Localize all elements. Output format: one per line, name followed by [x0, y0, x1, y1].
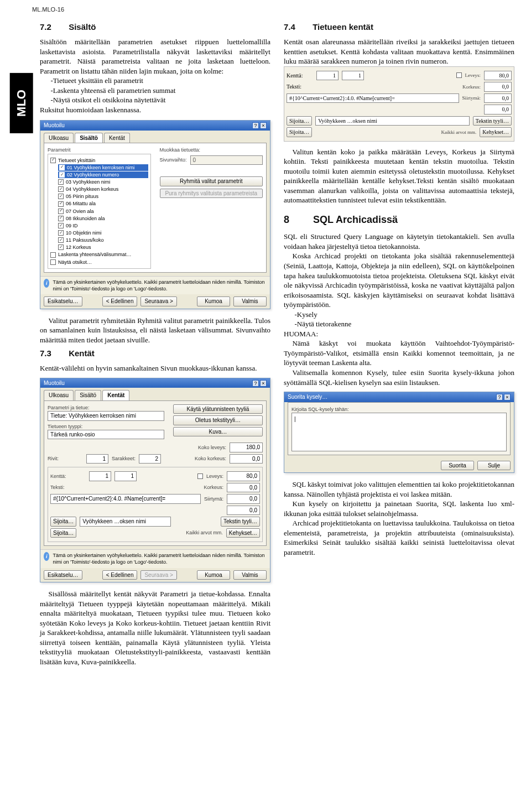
list-item[interactable]: 06 Mitattu ala [66, 200, 96, 207]
checkbox-icon[interactable] [50, 158, 56, 163]
tab-kentat[interactable]: Kentät [102, 390, 129, 400]
param-select[interactable]: Tietue: Vyöhykkeen kerroksen nimi [48, 411, 164, 421]
list-item[interactable]: 03 Vyöhykkeen nimi [66, 179, 110, 185]
s74-p1: Kentät osan alareunassa määritellään riv… [284, 37, 514, 66]
image-button[interactable]: Kuva… [173, 427, 263, 437]
preview-button[interactable]: Esikatselu… [44, 570, 82, 580]
help-icon[interactable]: ? [496, 394, 503, 400]
type-select[interactable]: Tärkeä runko-osio [48, 430, 164, 440]
g-tekstin[interactable]: Tekstin tyyli… [473, 116, 512, 126]
g-lev[interactable]: 80,0 [484, 71, 512, 81]
close-icon[interactable]: × [504, 394, 511, 400]
tekstin-tyyli-button[interactable]: Tekstin tyyli… [221, 517, 260, 527]
sarak-field[interactable]: 2 [139, 454, 161, 464]
close-icon[interactable]: × [260, 122, 267, 129]
siir-field[interactable]: 0,0 [227, 494, 260, 504]
list-item[interactable]: 12 Korkeus [66, 244, 91, 251]
header-style-button[interactable]: Käytä ylätunnisteen tyyliä [173, 404, 263, 414]
list-item[interactable]: 09 ID [66, 222, 78, 229]
g-k1[interactable]: 1 [316, 71, 339, 81]
list-item[interactable]: 05 Piirin pituus [66, 193, 98, 200]
checkbox-icon[interactable] [58, 216, 64, 221]
dlg-muotoilu-sisalto: Muotoilu ? × Ulkoasu Sisältö Kentät Para… [40, 120, 270, 309]
close-icon[interactable]: × [260, 380, 267, 387]
close-button[interactable]: Sulje [477, 461, 511, 471]
extra-field[interactable]: 0,0 [227, 506, 260, 516]
kokokor-field[interactable]: 0,0 [230, 454, 263, 464]
g-kehyk[interactable]: Kehykset… [480, 127, 512, 137]
checkbox-icon[interactable] [50, 252, 56, 258]
list-item[interactable]: 04 Vyöhykkeen korkeus [66, 186, 118, 192]
checkbox-icon[interactable] [58, 223, 64, 228]
g-vyoh[interactable]: Vyöhykkeen …oksen nimi [315, 116, 470, 126]
tab-sisalto[interactable]: Sisältö [75, 133, 103, 143]
tab-ulkoasu[interactable]: Ulkoasu [44, 390, 74, 400]
cancel-button[interactable]: Kumoa [197, 570, 230, 580]
checkbox-icon[interactable] [58, 237, 64, 243]
checkbox-icon[interactable] [58, 230, 64, 236]
sql-input[interactable]: | [291, 413, 507, 451]
vyoh-select[interactable]: Vyöhykkeen …oksen nimi [80, 517, 171, 527]
kentta2[interactable]: 1 [114, 471, 137, 481]
g-sijoita[interactable]: Sijoita… [287, 116, 312, 126]
checkbox-icon[interactable] [58, 201, 64, 207]
leveys-field[interactable]: 80,0 [227, 471, 260, 481]
sum-item[interactable]: Laskenta yhteensä/välisummat… [58, 251, 132, 258]
run-button[interactable]: Suorita [441, 461, 474, 471]
checkbox-icon[interactable] [59, 172, 65, 178]
list-item[interactable]: 08 Ikkunoiden ala [66, 215, 105, 222]
teksti-field[interactable]: #{10^Current+Current2}:4.0. #Name[curren… [50, 494, 201, 504]
checkbox-icon[interactable] [50, 259, 56, 265]
sql-titlebar[interactable]: Suorita kysely… ? × [284, 392, 514, 402]
g-teksti[interactable]: #{10^Current+Current2}:4.0. #Name[curren… [287, 93, 459, 103]
list-item[interactable]: 01 Vyöhykkeen kerroksen nimi [67, 164, 134, 171]
checkbox-icon[interactable] [197, 473, 203, 479]
g-kork[interactable]: 0,0 [484, 82, 512, 92]
dlg2-titlebar[interactable]: Muotoilu ? × [40, 378, 270, 388]
field-grid-74: Kenttä: 1 1 Leveys: 80,0 Teksti: Korkeus… [284, 66, 514, 142]
checkbox-icon[interactable] [58, 194, 64, 199]
checkbox-icon[interactable] [58, 244, 64, 250]
prev-button[interactable]: < Edellinen [102, 570, 138, 580]
kentta1[interactable]: 1 [89, 471, 111, 481]
g-siir[interactable]: 0,0 [484, 93, 512, 103]
sql-title: Suorita kysely… [288, 393, 327, 401]
cancel-button[interactable]: Kumoa [197, 296, 230, 306]
lbl-siir: Siirtymä: [204, 496, 223, 502]
next-button[interactable]: Seuraava > [140, 296, 176, 306]
show-item[interactable]: Näytä otsikot… [58, 259, 92, 266]
checkbox-icon[interactable] [456, 72, 462, 78]
sijoita-button[interactable]: Sijoita… [50, 517, 76, 527]
list-item[interactable]: 02 Vyöhykkeen numero [67, 171, 119, 178]
tab-sisalto[interactable]: Sisältö [75, 390, 101, 400]
list-item[interactable]: 07 Ovien ala [66, 208, 94, 215]
list-item[interactable]: 10 Objektin nimi [66, 230, 102, 236]
tab-kentat[interactable]: Kentät [104, 133, 130, 143]
g-var[interactable]: 0,0 [484, 105, 512, 114]
checkbox-icon[interactable] [59, 165, 65, 170]
checkbox-icon[interactable] [58, 186, 64, 192]
sijoita-button-2[interactable]: Sijoita… [50, 528, 76, 538]
help-icon[interactable]: ? [252, 380, 259, 387]
default-style-button[interactable]: Oletus tekstityyli… [173, 415, 263, 425]
tab-ulkoasu[interactable]: Ulkoasu [44, 133, 74, 143]
rivit-field[interactable]: 1 [86, 454, 108, 464]
prev-button[interactable]: < Edellinen [102, 296, 138, 306]
checkbox-icon[interactable] [58, 209, 64, 214]
list-item[interactable]: 11 Paksuus/koko [66, 237, 104, 243]
preview-button[interactable]: Esikatselu… [44, 296, 82, 306]
h-7-4-num: 7.4 [284, 22, 310, 33]
group-button[interactable]: Ryhmitä valitut parametrit [160, 176, 263, 186]
ok-button[interactable]: Valmis [233, 570, 267, 580]
dlg1-titlebar[interactable]: Muotoilu ? × [40, 121, 270, 131]
checkbox-icon[interactable] [58, 179, 64, 185]
s8-after2: Kun kysely on kirjoitettu ja painetaan S… [284, 499, 514, 518]
param-list[interactable]: Tietueet yksittäin 01 Vyöhykkeen kerroks… [48, 154, 151, 269]
kokolev-field[interactable]: 180,0 [230, 443, 263, 452]
kehykset-button[interactable]: Kehykset… [226, 528, 260, 538]
g-sijoita2[interactable]: Sijoita… [287, 127, 312, 137]
help-icon[interactable]: ? [252, 122, 259, 129]
g-k2[interactable]: 1 [342, 71, 364, 81]
ok-button[interactable]: Valmis [233, 296, 267, 306]
kork-field[interactable]: 0,0 [227, 483, 260, 493]
